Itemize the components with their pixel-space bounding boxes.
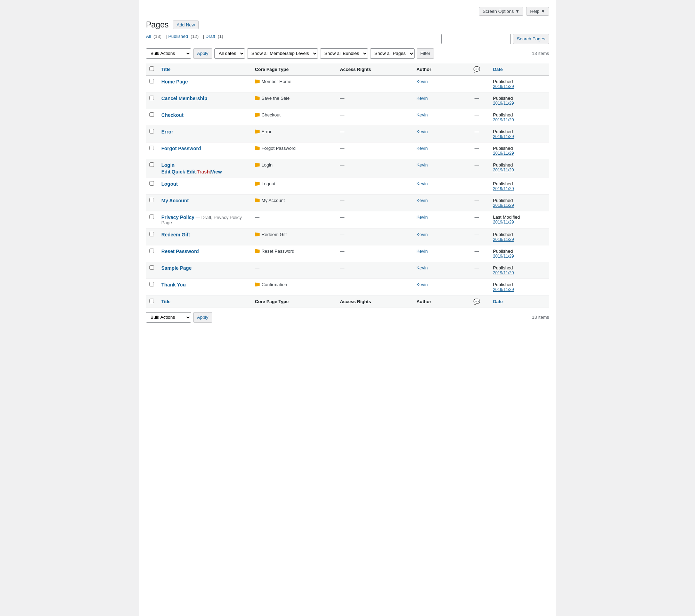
core-page-type-cell: Error	[251, 125, 336, 142]
help-button[interactable]: Help ▼	[526, 7, 549, 16]
page-title-link[interactable]: Home Page	[161, 79, 188, 84]
table-footer-row: Title Core Page Type Access Rights Autho…	[146, 295, 549, 308]
author-link[interactable]: Kevin	[416, 181, 428, 186]
author-link[interactable]: Kevin	[416, 112, 428, 117]
date-cell: Published2019/11/29	[490, 178, 549, 194]
page-title-link[interactable]: Login	[161, 162, 174, 168]
page-title-link[interactable]: Redeem Gift	[161, 232, 190, 237]
page-title-link[interactable]: Logout	[161, 181, 178, 187]
bulk-actions-select[interactable]: Bulk Actions	[146, 48, 191, 59]
screen-options-button[interactable]: Screen Options ▼	[479, 7, 523, 16]
search-input[interactable]	[441, 34, 511, 44]
all-filter: All (13)	[146, 34, 163, 39]
row-actions: Edit|Quick Edit|Trash|View	[161, 169, 248, 175]
date-sort-link[interactable]: Date	[493, 67, 503, 72]
row-checkbox[interactable]	[149, 162, 154, 167]
flag-icon	[255, 198, 260, 202]
date-column-header: Date	[490, 63, 549, 75]
table-row: ErrorEdit|Quick Edit|Trash|ViewError—Kev…	[146, 125, 549, 142]
row-action-trash[interactable]: Trash	[197, 169, 210, 175]
bottom-filters: Bulk Actions Apply	[146, 312, 212, 323]
row-checkbox[interactable]	[149, 265, 154, 270]
membership-levels-filter-select[interactable]: Show all Membership Levels	[247, 48, 318, 59]
row-checkbox[interactable]	[149, 112, 154, 117]
core-page-type-cell: Checkout	[251, 109, 336, 125]
core-page-type-cell: —	[251, 262, 336, 278]
select-all-checkbox[interactable]	[149, 66, 154, 71]
core-page-type-cell: Login	[251, 159, 336, 178]
pages-filter-select[interactable]: Show all Pages	[370, 48, 415, 59]
title-sort-link[interactable]: Title	[161, 67, 171, 72]
row-checkbox[interactable]	[149, 232, 154, 236]
select-all-footer-checkbox[interactable]	[149, 299, 154, 303]
author-link[interactable]: Kevin	[416, 214, 428, 220]
select-all-footer	[146, 295, 158, 308]
draft-filter-link[interactable]: Draft	[205, 34, 215, 39]
comments-cell: —	[464, 228, 489, 245]
table-row: Privacy Policy — Draft, Privacy Policy P…	[146, 211, 549, 228]
filter-button[interactable]: Filter	[417, 48, 434, 59]
page-title-link[interactable]: Sample Page	[161, 265, 191, 271]
page-title-link[interactable]: Error	[161, 129, 173, 135]
author-link[interactable]: Kevin	[416, 146, 428, 151]
author-cell: Kevin	[413, 109, 464, 125]
author-link[interactable]: Kevin	[416, 265, 428, 270]
access-rights-cell: —	[336, 142, 413, 159]
row-checkbox[interactable]	[149, 214, 154, 219]
search-pages-button[interactable]: Search Pages	[513, 34, 549, 44]
row-checkbox[interactable]	[149, 96, 154, 100]
all-filter-link[interactable]: All	[146, 34, 151, 39]
flag-icon	[255, 96, 260, 100]
author-link[interactable]: Kevin	[416, 232, 428, 237]
author-cell: Kevin	[413, 178, 464, 194]
author-cell: Kevin	[413, 194, 464, 211]
row-checkbox[interactable]	[149, 249, 154, 253]
row-checkbox[interactable]	[149, 129, 154, 133]
author-link[interactable]: Kevin	[416, 282, 428, 287]
page-title-link[interactable]: Privacy Policy	[161, 214, 194, 220]
screen-options-label: Screen Options	[483, 9, 514, 14]
page-title-link[interactable]: Forgot Password	[161, 146, 201, 151]
flag-icon	[255, 79, 260, 83]
row-checkbox[interactable]	[149, 146, 154, 150]
author-link[interactable]: Kevin	[416, 129, 428, 134]
author-link[interactable]: Kevin	[416, 198, 428, 203]
select-all-header	[146, 63, 158, 75]
access-footer-header: Access Rights	[336, 295, 413, 308]
row-checkbox[interactable]	[149, 282, 154, 286]
items-count: 13 items	[532, 51, 549, 56]
page-title-link[interactable]: Checkout	[161, 112, 183, 118]
row-checkbox[interactable]	[149, 79, 154, 83]
author-cell: Kevin	[413, 92, 464, 109]
bundles-filter-select[interactable]: Show all Bundles	[320, 48, 368, 59]
author-cell: Kevin	[413, 211, 464, 228]
page-title-link[interactable]: Cancel Membership	[161, 96, 207, 101]
dates-filter-select[interactable]: All dates	[214, 48, 245, 59]
page-title-link[interactable]: My Account	[161, 198, 189, 203]
core-page-type-cell: Member Home	[251, 75, 336, 92]
title-footer-sort-link[interactable]: Title	[161, 299, 171, 304]
table-row: My AccountEdit|Quick Edit|Trash|ViewMy A…	[146, 194, 549, 211]
bottom-apply-button[interactable]: Apply	[193, 312, 212, 323]
author-link[interactable]: Kevin	[416, 79, 428, 84]
author-cell: Kevin	[413, 75, 464, 92]
date-footer-sort-link[interactable]: Date	[493, 299, 503, 304]
page-title-link[interactable]: Reset Password	[161, 249, 199, 254]
date-cell: Published2019/11/29	[490, 142, 549, 159]
row-checkbox[interactable]	[149, 198, 154, 202]
access-rights-cell: —	[336, 159, 413, 178]
row-action-edit[interactable]: Edit	[161, 169, 170, 175]
author-link[interactable]: Kevin	[416, 96, 428, 101]
author-link[interactable]: Kevin	[416, 162, 428, 168]
published-filter-link[interactable]: Published	[168, 34, 188, 39]
row-action-quick-edit[interactable]: Quick Edit	[172, 169, 196, 175]
core-page-type-cell: Logout	[251, 178, 336, 194]
table-row: LogoutEdit|Quick Edit|Trash|ViewLogout—K…	[146, 178, 549, 194]
apply-button[interactable]: Apply	[193, 48, 212, 59]
add-new-button[interactable]: Add New	[173, 21, 199, 29]
page-title-link[interactable]: Thank You	[161, 282, 186, 287]
bottom-bulk-actions-select[interactable]: Bulk Actions	[146, 312, 191, 323]
row-action-view[interactable]: View	[211, 169, 222, 175]
row-checkbox[interactable]	[149, 181, 154, 186]
author-link[interactable]: Kevin	[416, 249, 428, 254]
